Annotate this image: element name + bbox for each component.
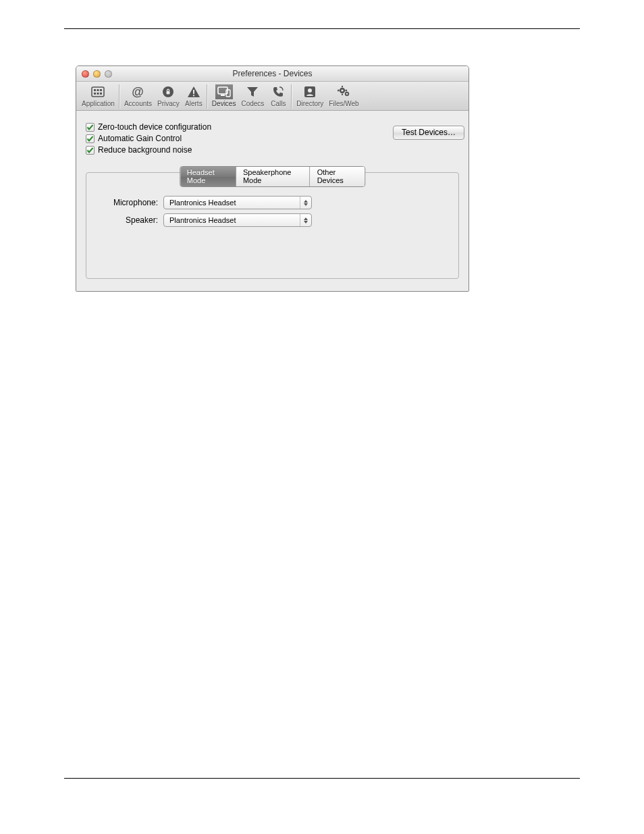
svg-rect-11 xyxy=(193,95,194,97)
toolbar-item-label: Files/Web xyxy=(329,99,358,109)
devices-icon xyxy=(215,84,233,99)
test-devices-button[interactable]: Test Devices… xyxy=(393,126,464,140)
page-rule-top xyxy=(64,28,580,29)
svg-rect-6 xyxy=(100,93,102,95)
svg-rect-9 xyxy=(167,91,170,95)
svg-rect-4 xyxy=(94,93,96,95)
toolbar-item-label: Application xyxy=(82,99,115,109)
svg-point-16 xyxy=(308,88,312,93)
toolbar-separator xyxy=(291,84,292,109)
titlebar: Preferences - Devices xyxy=(76,66,468,82)
stepper-arrows-icon xyxy=(300,214,311,226)
microphone-select-value: Plantronics Headset xyxy=(169,199,236,207)
toolbar-item-label: Accounts xyxy=(124,99,152,109)
toolbar-item-devices[interactable]: Devices xyxy=(209,83,239,110)
traffic-lights xyxy=(76,70,112,78)
toolbar-item-label: Calls xyxy=(271,99,286,109)
checkbox-icon xyxy=(86,146,95,155)
speaker-label: Speaker: xyxy=(97,215,158,225)
checkbox-icon xyxy=(86,123,95,132)
toolbar-item-alerts[interactable]: Alerts xyxy=(182,83,205,110)
toolbar-item-label: Privacy xyxy=(157,99,180,109)
svg-rect-2 xyxy=(97,89,99,91)
toolbar-separator xyxy=(207,84,208,109)
svg-text:@: @ xyxy=(132,86,144,98)
svg-rect-14 xyxy=(226,90,230,97)
checkbox-label: Zero-touch device configuration xyxy=(98,122,211,132)
checkbox-noise[interactable]: Reduce background noise xyxy=(86,145,459,155)
phone-icon xyxy=(269,84,287,99)
toolbar-item-files-web[interactable]: Files/Web xyxy=(326,83,361,110)
device-mode-groupbox: Headset Mode Speakerphone Mode Other Dev… xyxy=(86,172,459,279)
lock-icon xyxy=(159,84,177,99)
contact-icon xyxy=(301,84,319,99)
close-button[interactable] xyxy=(82,70,89,78)
checkbox-icon xyxy=(86,134,95,143)
svg-rect-0 xyxy=(92,87,104,97)
microphone-label: Microphone: xyxy=(97,198,158,207)
toolbar-item-privacy[interactable]: Privacy xyxy=(155,83,182,110)
toolbar-item-label: Devices xyxy=(212,99,236,109)
preferences-window: Preferences - Devices Application @ Acco… xyxy=(76,66,469,292)
speaker-select-value: Plantronics Headset xyxy=(169,216,236,224)
zoom-button[interactable] xyxy=(105,70,112,78)
svg-rect-19 xyxy=(342,86,343,87)
minimize-button[interactable] xyxy=(93,70,101,78)
svg-rect-20 xyxy=(342,94,343,95)
checkbox-label: Automatic Gain Control xyxy=(98,134,182,143)
svg-rect-1 xyxy=(94,89,96,91)
tab-other-devices[interactable]: Other Devices xyxy=(311,167,365,186)
toolbar-item-application[interactable]: Application xyxy=(79,83,117,110)
at-icon: @ xyxy=(129,84,146,99)
device-mode-tabs: Headset Mode Speakerphone Mode Other Dev… xyxy=(180,166,366,187)
microphone-select[interactable]: Plantronics Headset xyxy=(163,196,312,209)
toolbar-item-label: Alerts xyxy=(185,99,203,109)
tab-speakerphone-mode[interactable]: Speakerphone Mode xyxy=(236,167,311,186)
svg-point-28 xyxy=(346,93,347,95)
toolbar-item-accounts[interactable]: @ Accounts xyxy=(122,83,155,110)
svg-rect-5 xyxy=(97,93,99,95)
toolbar-item-label: Codecs xyxy=(241,99,264,109)
svg-rect-3 xyxy=(100,89,102,91)
toolbar-item-label: Directory xyxy=(296,99,323,109)
gear-icon xyxy=(336,84,353,99)
window-body: Zero-touch device configuration Automati… xyxy=(76,111,468,291)
toolbar-item-directory[interactable]: Directory xyxy=(294,83,326,110)
page-rule-bottom xyxy=(64,778,580,779)
application-icon xyxy=(89,84,107,99)
stepper-arrows-icon xyxy=(300,197,311,209)
svg-rect-10 xyxy=(193,90,194,94)
svg-rect-13 xyxy=(221,95,225,96)
window-title: Preferences - Devices xyxy=(76,69,468,78)
alert-icon xyxy=(185,84,203,99)
svg-point-18 xyxy=(341,89,343,91)
tab-headset-mode[interactable]: Headset Mode xyxy=(180,167,236,186)
preferences-toolbar: Application @ Accounts Privacy Alerts xyxy=(76,82,468,111)
speaker-select[interactable]: Plantronics Headset xyxy=(163,213,312,227)
toolbar-item-codecs[interactable]: Codecs xyxy=(238,83,267,110)
toolbar-separator xyxy=(119,84,120,109)
filter-icon xyxy=(244,84,261,99)
toolbar-item-calls[interactable]: Calls xyxy=(267,83,290,110)
checkbox-label: Reduce background noise xyxy=(98,145,192,155)
